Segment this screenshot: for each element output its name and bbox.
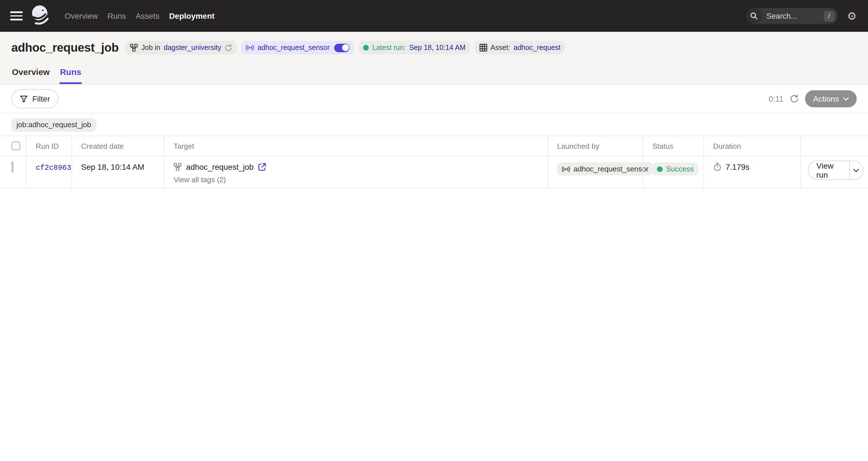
nav-item-deployment[interactable]: Deployment bbox=[169, 11, 214, 21]
stopwatch-icon bbox=[713, 162, 722, 171]
view-run-split-button: View run bbox=[808, 161, 864, 180]
row-checkbox[interactable] bbox=[11, 161, 13, 173]
column-header-status: Status bbox=[643, 136, 704, 155]
view-all-tags-link[interactable]: View all tags (2) bbox=[174, 175, 543, 184]
dagster-logo-icon[interactable] bbox=[31, 4, 52, 27]
asset-tag[interactable]: Asset: adhoc_request bbox=[474, 41, 565, 55]
search-icon bbox=[746, 8, 762, 24]
view-run-dropdown-toggle[interactable] bbox=[849, 161, 863, 179]
runs-table-header: Run ID Created date Target Launched by S… bbox=[0, 136, 868, 156]
job-location-tag[interactable]: Job in dagster_university bbox=[125, 41, 237, 55]
column-header-launched-by: Launched by bbox=[548, 136, 643, 155]
nav-item-overview[interactable]: Overview bbox=[65, 11, 98, 21]
latest-run-time-link[interactable]: Sep 18, 10:14 AM bbox=[409, 44, 465, 52]
chevron-down-icon bbox=[854, 168, 859, 172]
code-location-link[interactable]: dagster_university bbox=[164, 44, 221, 52]
tab-runs[interactable]: Runs bbox=[59, 67, 82, 84]
job-tag-prefix: Job in bbox=[141, 44, 160, 52]
sensor-icon bbox=[562, 166, 570, 172]
created-date-cell: Sep 18, 10:14 AM bbox=[71, 156, 164, 188]
latest-run-label: Latest run: bbox=[372, 44, 406, 52]
search-input[interactable] bbox=[762, 12, 824, 20]
sensor-icon bbox=[246, 44, 254, 51]
row-actions-cell: View run bbox=[801, 156, 868, 188]
status-badge[interactable]: Success bbox=[652, 162, 699, 175]
status-label: Success bbox=[666, 165, 694, 173]
chevron-down-icon bbox=[843, 97, 849, 101]
latest-run-status-dot bbox=[363, 45, 369, 51]
applied-filters-row: job:adhoc_request_job bbox=[0, 114, 868, 136]
launched-by-cell: adhoc_request_sensor bbox=[548, 156, 643, 188]
asset-grid-icon bbox=[479, 44, 487, 52]
external-link-icon[interactable] bbox=[258, 163, 266, 171]
target-cell: adhoc_request_job View all tags (2) bbox=[164, 156, 548, 188]
hamburger-menu-icon[interactable] bbox=[10, 11, 23, 21]
primary-nav: Overview Runs Assets Deployment bbox=[65, 11, 214, 21]
status-cell: Success bbox=[643, 156, 704, 188]
actions-button[interactable]: Actions bbox=[805, 90, 857, 107]
column-header-created-date: Created date bbox=[71, 136, 164, 155]
duration-value: 7.179s bbox=[725, 162, 749, 171]
nav-item-runs[interactable]: Runs bbox=[107, 11, 126, 21]
run-id-link[interactable]: cf2c8963 bbox=[26, 156, 71, 188]
topnav-right: / ⚙ bbox=[746, 8, 857, 24]
page-title: adhoc_request_job bbox=[11, 41, 119, 55]
latest-run-tag[interactable]: Latest run: Sep 18, 10:14 AM bbox=[359, 41, 470, 55]
nav-item-assets[interactable]: Assets bbox=[135, 11, 159, 21]
refresh-icon[interactable] bbox=[790, 94, 799, 103]
job-graph-icon bbox=[130, 44, 138, 52]
sensor-name: adhoc_request_sensor bbox=[257, 44, 330, 52]
sensor-tag[interactable]: adhoc_request_sensor bbox=[241, 41, 354, 55]
settings-gear-icon[interactable]: ⚙ bbox=[847, 10, 857, 21]
table-row: cf2c8963 Sep 18, 10:14 AM adhoc_request_… bbox=[0, 156, 868, 189]
search-box[interactable]: / bbox=[746, 8, 838, 24]
launched-by-tag[interactable]: adhoc_request_sensor bbox=[557, 162, 653, 175]
view-run-button[interactable]: View run bbox=[808, 161, 849, 179]
header-tags: Job in dagster_university adhoc_request_… bbox=[125, 41, 565, 55]
job-filter-chip[interactable]: job:adhoc_request_job bbox=[11, 118, 96, 132]
column-header-actions bbox=[801, 136, 868, 155]
target-job-name[interactable]: adhoc_request_job bbox=[186, 162, 254, 171]
app-root: Overview Runs Assets Deployment / ⚙ adho… bbox=[0, 0, 868, 461]
column-header-duration: Duration bbox=[704, 136, 801, 155]
funnel-icon bbox=[20, 95, 28, 103]
asset-tag-label: Asset: bbox=[491, 44, 510, 52]
filter-button[interactable]: Filter bbox=[11, 89, 58, 109]
job-graph-icon bbox=[174, 163, 182, 171]
select-all-checkbox[interactable] bbox=[11, 141, 21, 150]
sensor-toggle[interactable] bbox=[334, 44, 349, 52]
column-header-run-id: Run ID bbox=[26, 136, 71, 155]
refresh-countdown: 0:11 bbox=[769, 94, 783, 103]
launched-by-name: adhoc_request_sensor bbox=[574, 165, 649, 173]
asset-link[interactable]: adhoc_request bbox=[514, 44, 560, 52]
top-navigation: Overview Runs Assets Deployment / ⚙ bbox=[0, 0, 868, 32]
page-header: adhoc_request_job Job in dagster_univers… bbox=[0, 32, 868, 85]
search-shortcut-badge: / bbox=[824, 10, 835, 21]
tab-overview[interactable]: Overview bbox=[11, 67, 50, 84]
runs-toolbar: Filter 0:11 Actions bbox=[0, 85, 868, 113]
reload-location-icon[interactable] bbox=[225, 44, 232, 51]
duration-cell: 7.179s bbox=[704, 156, 801, 188]
page-tabs: Overview Runs bbox=[11, 67, 857, 84]
filter-button-label: Filter bbox=[32, 94, 50, 103]
success-dot bbox=[657, 166, 663, 172]
column-header-target: Target bbox=[164, 136, 548, 155]
actions-button-label: Actions bbox=[813, 94, 839, 103]
